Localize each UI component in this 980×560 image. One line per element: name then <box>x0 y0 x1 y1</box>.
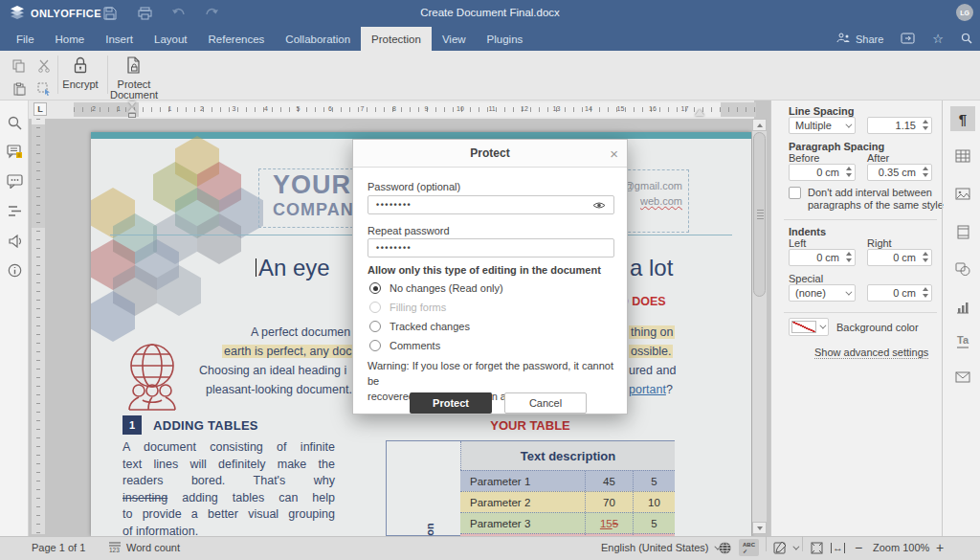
text-art-settings-icon[interactable]: Ta <box>950 328 975 353</box>
mail-merge-icon[interactable] <box>950 365 975 390</box>
special-amount-stepper[interactable]: 0 cm <box>867 284 932 302</box>
background-color-picker[interactable] <box>789 318 829 336</box>
protect-document-button[interactable]: Protect Document <box>111 55 157 101</box>
avatar[interactable]: LG <box>956 4 973 21</box>
tab-collaboration[interactable]: Collaboration <box>275 27 361 51</box>
paragraph-settings-icon[interactable]: ¶ <box>950 106 975 131</box>
comments-icon[interactable] <box>7 144 23 160</box>
scroll-up-button[interactable] <box>752 119 767 131</box>
interval-checkbox[interactable] <box>789 187 801 199</box>
close-icon[interactable]: × <box>610 146 618 162</box>
right-indent-marker[interactable] <box>695 109 704 116</box>
tab-plugins[interactable]: Plugins <box>477 27 534 51</box>
radio-no-changes[interactable]: No changes (Read only) <box>369 282 503 294</box>
app-window: ONLYOFFICE Create Document Final.docx LG… <box>0 0 980 560</box>
radio-tracked-changes[interactable]: Tracked changes <box>369 321 470 332</box>
spell-check-icon[interactable]: ABC✓ <box>739 539 759 556</box>
radio-button-disabled <box>369 302 381 313</box>
chat-icon[interactable] <box>7 173 23 190</box>
cancel-button[interactable]: Cancel <box>504 392 587 414</box>
radio-button[interactable] <box>369 340 381 351</box>
header-footer-settings-icon[interactable] <box>950 219 975 244</box>
section-title: ADDING TABLES <box>153 418 258 433</box>
encrypt-button[interactable]: Encrypt <box>61 55 100 90</box>
cut-icon[interactable] <box>33 56 56 77</box>
radio-comments[interactable]: Comments <box>369 340 440 351</box>
share-button[interactable]: Share <box>836 33 883 45</box>
tab-insert[interactable]: Insert <box>95 27 144 51</box>
word-count-icon: 123 <box>108 541 122 554</box>
tab-layout[interactable]: Layout <box>144 27 198 51</box>
document-table[interactable]: Text description Parameter 1455 Paramete… <box>386 440 675 536</box>
indent-marker[interactable] <box>128 101 137 118</box>
spacing-before-stepper[interactable]: 0 cm <box>789 164 856 181</box>
hyperlink[interactable]: portant <box>629 383 666 396</box>
track-changes-icon[interactable] <box>773 536 797 559</box>
print-icon[interactable] <box>136 5 153 22</box>
open-file-location-icon[interactable] <box>901 33 915 46</box>
tab-protection[interactable]: Protection <box>361 27 432 51</box>
paste-icon[interactable] <box>8 78 31 100</box>
shape-settings-icon[interactable] <box>950 257 975 281</box>
company-name-line1: YOUR <box>273 170 351 200</box>
tab-file[interactable]: File <box>6 27 45 51</box>
encrypt-label: Encrypt <box>62 79 98 90</box>
line-spacing-select[interactable]: Multiple <box>789 117 856 134</box>
intro-line: pleasant-looking document. <box>206 383 352 396</box>
repeat-password-input[interactable]: •••••••• <box>368 238 614 258</box>
word-count-button[interactable]: 123 Word count <box>108 536 180 559</box>
horizontal-ruler[interactable]: 211234567891011121314151617 <box>74 102 756 117</box>
language-selector[interactable]: English (United States) <box>601 536 719 559</box>
about-icon[interactable] <box>7 262 23 279</box>
page-count[interactable]: Page 1 of 1 <box>32 536 85 559</box>
copy-icon[interactable] <box>8 56 31 77</box>
intro-line-highlighted: earth is perfect, any doc <box>222 345 353 358</box>
paragraph-settings-panel: Line Spacing Multiple 1.15 Paragraph Spa… <box>770 101 980 536</box>
table-row: Parameter 1455 <box>460 470 675 491</box>
tracked-deleted-word: inserting <box>122 491 167 504</box>
intro-line: ured and <box>629 364 676 377</box>
password-input[interactable]: •••••••• <box>368 195 614 214</box>
spacing-after-stepper[interactable]: 0.35 cm <box>867 164 932 181</box>
feedback-icon[interactable] <box>7 233 23 249</box>
favorite-star-icon[interactable]: ☆ <box>932 32 944 46</box>
radio-button[interactable] <box>369 321 381 332</box>
zoom-level[interactable]: Zoom 100% <box>873 536 929 559</box>
indent-left-stepper[interactable]: 0 cm <box>789 249 856 266</box>
redo-icon[interactable] <box>203 5 220 22</box>
navigation-icon[interactable] <box>7 203 23 219</box>
tab-references[interactable]: References <box>198 27 276 51</box>
find-icon[interactable] <box>7 115 23 131</box>
document-scrollbar[interactable] <box>752 119 767 534</box>
fit-width-icon[interactable]: ↔ <box>831 536 845 559</box>
select-all-icon[interactable] <box>33 78 56 100</box>
special-select[interactable]: (none) <box>789 284 856 302</box>
set-language-icon[interactable] <box>718 536 732 559</box>
line-spacing-stepper[interactable]: 1.15 <box>867 117 932 134</box>
fit-page-icon[interactable] <box>810 536 824 559</box>
save-icon[interactable] <box>101 5 119 22</box>
table-row: Parameter 3 155 5 <box>460 512 675 533</box>
dialog-header[interactable]: Protect × <box>353 140 627 168</box>
radio-button-selected[interactable] <box>369 282 381 294</box>
indent-right-stepper[interactable]: 0 cm <box>867 249 932 266</box>
document-title: Create Document Final.docx <box>299 7 681 18</box>
vertical-ruler[interactable] <box>32 119 45 534</box>
show-password-eye-icon[interactable] <box>592 200 606 213</box>
tab-home[interactable]: Home <box>45 27 96 51</box>
no-color-swatch <box>791 321 816 333</box>
scrollbar-thumb[interactable] <box>753 132 766 297</box>
tab-view[interactable]: View <box>432 27 477 51</box>
zoom-out-button[interactable]: − <box>855 536 862 559</box>
chart-settings-icon[interactable] <box>950 295 975 320</box>
undo-icon[interactable] <box>170 5 188 22</box>
search-icon[interactable] <box>961 33 972 46</box>
table-settings-icon[interactable] <box>950 144 975 168</box>
advanced-settings-link[interactable]: Show advanced settings <box>814 347 928 359</box>
image-settings-icon[interactable] <box>950 181 975 206</box>
scroll-down-button[interactable] <box>752 522 767 534</box>
protect-confirm-button[interactable]: Protect <box>410 392 492 414</box>
interval-checkbox-label: Don't add interval betweenparagraphs of … <box>808 187 944 212</box>
tab-stop-selector[interactable]: L <box>33 102 47 116</box>
zoom-in-button[interactable]: + <box>936 536 944 559</box>
